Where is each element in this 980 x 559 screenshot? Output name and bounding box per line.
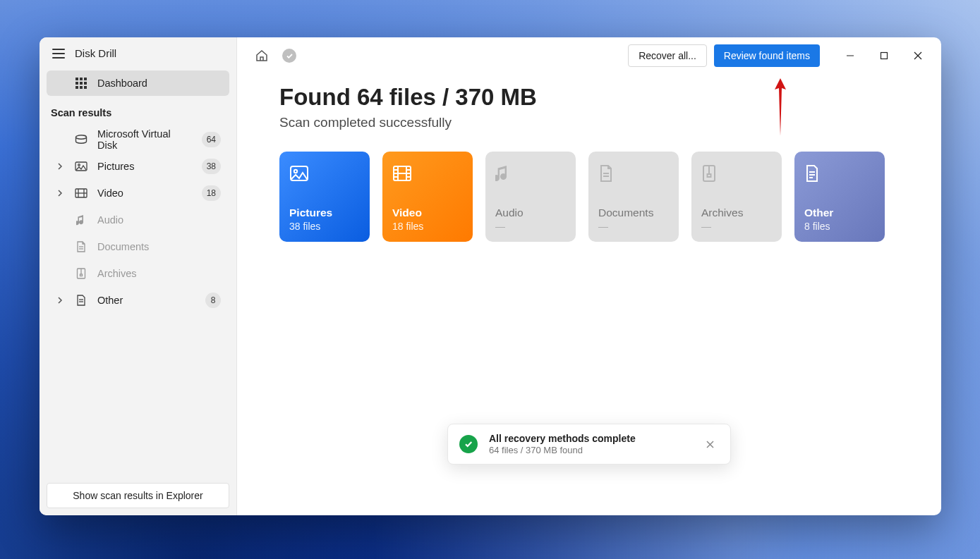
file-icon bbox=[804, 161, 875, 185]
svg-rect-1 bbox=[80, 78, 83, 80]
recover-all-button[interactable]: Recover all... bbox=[628, 44, 707, 67]
results-panel: Found 64 files / 370 MB Scan completed s… bbox=[237, 74, 941, 242]
toast-title: All recovery methods complete bbox=[489, 433, 690, 444]
review-found-items-button[interactable]: Review found items bbox=[714, 44, 820, 67]
picture-icon bbox=[75, 161, 87, 171]
card-subtitle: 38 files bbox=[289, 221, 360, 232]
card-documents[interactable]: Documents — bbox=[588, 152, 679, 242]
audio-icon bbox=[75, 214, 87, 226]
video-icon bbox=[392, 161, 463, 185]
file-icon bbox=[75, 295, 87, 306]
svg-rect-2 bbox=[84, 78, 87, 80]
svg-rect-6 bbox=[75, 86, 78, 89]
category-cards: Pictures 38 files Video 18 files bbox=[279, 152, 899, 242]
menu-icon[interactable] bbox=[52, 49, 65, 59]
sidebar-nav: Dashboard bbox=[40, 66, 236, 100]
check-icon bbox=[459, 435, 478, 453]
count-badge: 18 bbox=[202, 185, 221, 201]
toolbar: Recover all... Review found items bbox=[237, 37, 941, 74]
sidebar-item-label: Documents bbox=[97, 241, 221, 252]
sidebar-item-pictures[interactable]: Pictures 38 bbox=[47, 154, 229, 179]
results-subheading: Scan completed successfully bbox=[279, 115, 899, 130]
grid-icon bbox=[75, 78, 87, 89]
sidebar-header: Disk Drill bbox=[40, 37, 236, 66]
show-in-explorer-button[interactable]: Show scan results in Explorer bbox=[47, 483, 229, 508]
results-headline: Found 64 files / 370 MB bbox=[279, 84, 899, 111]
scan-status-icon bbox=[282, 49, 296, 63]
sidebar-footer: Show scan results in Explorer bbox=[40, 476, 236, 515]
svg-rect-3 bbox=[75, 82, 78, 85]
archive-icon bbox=[75, 268, 87, 279]
app-title: Disk Drill bbox=[75, 47, 116, 59]
card-subtitle: — bbox=[495, 221, 566, 232]
disk-icon bbox=[75, 135, 87, 145]
sidebar-item-disk[interactable]: Microsoft Virtual Disk 64 bbox=[47, 127, 229, 152]
card-other[interactable]: Other 8 files bbox=[794, 152, 885, 242]
toast-close-button[interactable] bbox=[701, 436, 719, 453]
sidebar: Disk Drill Dashboard Scan results Micros… bbox=[40, 37, 237, 515]
card-subtitle: 8 files bbox=[804, 221, 875, 232]
window-controls bbox=[834, 44, 934, 68]
toast-body: All recovery methods complete 64 files /… bbox=[489, 433, 690, 455]
svg-rect-41 bbox=[708, 174, 711, 177]
svg-rect-24 bbox=[881, 53, 888, 59]
close-button[interactable] bbox=[902, 44, 934, 68]
card-audio[interactable]: Audio — bbox=[485, 152, 576, 242]
card-title: Pictures bbox=[289, 207, 360, 219]
completion-toast: All recovery methods complete 64 files /… bbox=[447, 424, 731, 465]
svg-rect-4 bbox=[80, 82, 83, 85]
card-video[interactable]: Video 18 files bbox=[382, 152, 473, 242]
sidebar-item-label: Pictures bbox=[97, 161, 192, 172]
sidebar-item-documents[interactable]: Documents bbox=[47, 234, 229, 259]
sidebar-item-label: Audio bbox=[97, 214, 221, 226]
minimize-button[interactable] bbox=[834, 44, 866, 68]
sidebar-item-archives[interactable]: Archives bbox=[47, 261, 229, 286]
app-window: Disk Drill Dashboard Scan results Micros… bbox=[40, 37, 941, 515]
chevron-right-icon bbox=[55, 297, 65, 304]
main-content: Recover all... Review found items Found … bbox=[237, 37, 941, 515]
sidebar-item-label: Other bbox=[97, 295, 195, 306]
sidebar-item-label: Dashboard bbox=[97, 78, 221, 89]
document-icon bbox=[598, 161, 669, 185]
svg-rect-5 bbox=[84, 82, 87, 85]
audio-icon bbox=[495, 161, 566, 185]
sidebar-item-label: Microsoft Virtual Disk bbox=[97, 128, 192, 151]
video-icon bbox=[75, 188, 87, 198]
svg-rect-8 bbox=[84, 86, 87, 89]
card-title: Other bbox=[804, 207, 875, 219]
home-button[interactable] bbox=[251, 45, 272, 66]
picture-icon bbox=[289, 161, 360, 185]
svg-rect-0 bbox=[75, 78, 78, 80]
sidebar-item-video[interactable]: Video 18 bbox=[47, 180, 229, 206]
card-pictures[interactable]: Pictures 38 files bbox=[279, 152, 370, 242]
chevron-right-icon bbox=[55, 163, 65, 170]
sidebar-item-dashboard[interactable]: Dashboard bbox=[47, 70, 229, 96]
card-title: Video bbox=[392, 207, 463, 219]
count-badge: 8 bbox=[205, 293, 221, 308]
card-title: Archives bbox=[701, 207, 772, 219]
card-subtitle: — bbox=[701, 221, 772, 232]
count-badge: 64 bbox=[202, 132, 221, 147]
sidebar-item-other[interactable]: Other 8 bbox=[47, 288, 229, 313]
svg-point-9 bbox=[76, 135, 87, 139]
chevron-right-icon bbox=[55, 190, 65, 197]
svg-point-11 bbox=[78, 164, 80, 166]
maximize-button[interactable] bbox=[868, 44, 900, 68]
sidebar-results: Microsoft Virtual Disk 64 Pictures 38 bbox=[40, 123, 236, 317]
svg-rect-7 bbox=[80, 86, 83, 89]
sidebar-section-label: Scan results bbox=[40, 100, 236, 123]
archive-icon bbox=[701, 161, 772, 185]
card-subtitle: — bbox=[598, 221, 669, 232]
svg-point-28 bbox=[294, 170, 297, 173]
sidebar-item-label: Archives bbox=[97, 268, 221, 279]
card-title: Documents bbox=[598, 207, 669, 219]
sidebar-item-audio[interactable]: Audio bbox=[47, 207, 229, 233]
count-badge: 38 bbox=[202, 159, 221, 174]
svg-rect-20 bbox=[80, 274, 83, 276]
card-subtitle: 18 files bbox=[392, 221, 463, 232]
sidebar-item-label: Video bbox=[97, 188, 192, 199]
toast-subtitle: 64 files / 370 MB found bbox=[489, 445, 690, 455]
document-icon bbox=[75, 241, 87, 252]
card-archives[interactable]: Archives — bbox=[691, 152, 782, 242]
card-title: Audio bbox=[495, 207, 566, 219]
